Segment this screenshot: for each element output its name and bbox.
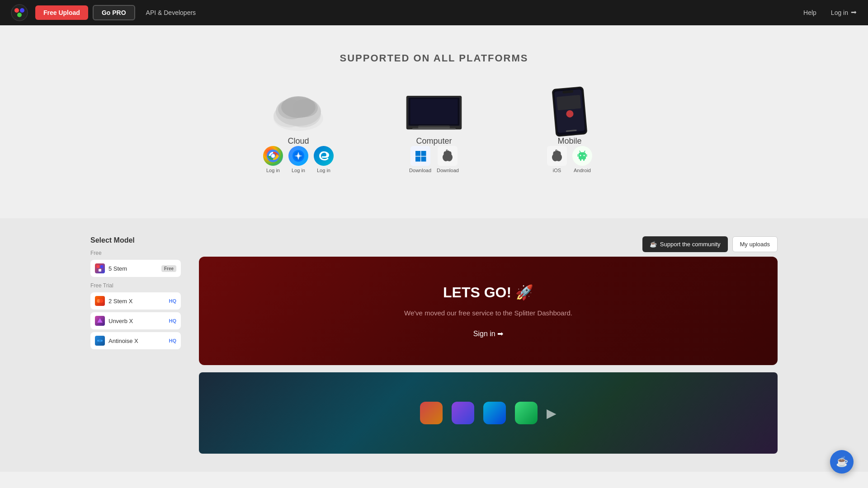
cloud-edge-item[interactable]: Log in bbox=[314, 146, 334, 173]
model-antinoisex-icon bbox=[95, 336, 105, 346]
cloud-image bbox=[267, 87, 330, 136]
model-group-freetrial-label: Free Trial bbox=[90, 282, 181, 289]
navbar: Free Upload Go PRO API & Developers Help… bbox=[0, 0, 868, 25]
teaser-shape-2 bbox=[452, 402, 474, 424]
model-5stem-badge: Free bbox=[161, 265, 176, 272]
svg-point-38 bbox=[580, 155, 581, 156]
mobile-ios-item[interactable]: iOS bbox=[547, 146, 567, 173]
model-5stem-icon bbox=[95, 263, 105, 273]
platform-mobile: Mobile iOS bbox=[524, 87, 615, 173]
svg-rect-25 bbox=[410, 99, 458, 124]
dark-card-title: LETS GO! 🚀 bbox=[217, 284, 760, 301]
model-item-antinoisex[interactable]: Antinoise X HQ bbox=[90, 332, 181, 349]
apple-mac-icon bbox=[438, 146, 458, 166]
model-5stem-name: 5 Stem bbox=[108, 265, 127, 272]
free-upload-button[interactable]: Free Upload bbox=[35, 5, 88, 20]
svg-rect-45 bbox=[100, 265, 103, 268]
svg-line-41 bbox=[584, 151, 585, 152]
app-logo[interactable] bbox=[11, 4, 28, 21]
svg-rect-35 bbox=[557, 95, 581, 110]
teaser-shape-3 bbox=[483, 402, 506, 424]
svg-point-50 bbox=[99, 339, 101, 342]
teaser-banner: ▶ bbox=[199, 372, 778, 454]
computer-label: Computer bbox=[416, 136, 452, 146]
support-community-button[interactable]: ☕ Support the community bbox=[642, 236, 728, 252]
teaser-shape-4 bbox=[515, 402, 538, 424]
model-5stem-left: 5 Stem bbox=[95, 263, 127, 273]
cloud-icons: Log in Log in bbox=[263, 146, 334, 173]
computer-windows-item[interactable]: Download bbox=[409, 146, 431, 173]
platforms-grid: Cloud Log in bbox=[0, 87, 868, 173]
cloud-safari-item[interactable]: Log in bbox=[288, 146, 308, 173]
svg-rect-43 bbox=[586, 154, 587, 157]
safari-icon bbox=[288, 146, 308, 166]
edge-label: Log in bbox=[317, 168, 330, 173]
go-pro-button[interactable]: Go PRO bbox=[93, 5, 135, 20]
svg-point-3 bbox=[17, 13, 22, 17]
mobile-label: Mobile bbox=[557, 136, 581, 146]
windows-label: Download bbox=[409, 168, 431, 173]
model-2stemx-badge: HQ bbox=[169, 298, 177, 304]
model-antinoisex-badge: HQ bbox=[169, 338, 177, 343]
navbar-right: Help Log in ⮕ bbox=[803, 9, 857, 16]
svg-rect-27 bbox=[415, 151, 420, 156]
computer-image bbox=[402, 87, 466, 136]
cloud-chrome-item[interactable]: Log in bbox=[263, 146, 283, 173]
coffee-icon: ☕ bbox=[650, 241, 657, 248]
model-2stemx-name: 2 Stem X bbox=[108, 298, 132, 305]
android-icon bbox=[572, 146, 592, 166]
svg-rect-42 bbox=[578, 154, 579, 157]
mobile-icons: iOS bbox=[547, 146, 592, 173]
apple-ios-icon bbox=[547, 146, 567, 166]
my-uploads-button[interactable]: My uploads bbox=[732, 236, 778, 252]
apple-label: Download bbox=[437, 168, 459, 173]
model-unverbx-badge: HQ bbox=[169, 318, 177, 324]
svg-rect-26 bbox=[418, 127, 450, 129]
svg-rect-44 bbox=[97, 265, 99, 268]
teaser-shape-1 bbox=[420, 402, 443, 424]
model-item-2stemx[interactable]: 2 Stem X HQ bbox=[90, 292, 181, 310]
svg-point-10 bbox=[281, 96, 316, 118]
chrome-icon bbox=[263, 146, 283, 166]
api-developers-link[interactable]: API & Developers bbox=[146, 9, 196, 16]
model-antinoisex-left: Antinoise X bbox=[95, 336, 138, 346]
svg-point-39 bbox=[584, 155, 585, 156]
dark-card-subtitle: We've moved our free service to the Spli… bbox=[217, 309, 760, 317]
svg-rect-29 bbox=[415, 157, 420, 162]
model-2stemx-icon bbox=[95, 296, 105, 306]
svg-point-19 bbox=[297, 155, 299, 157]
model-item-unverbx[interactable]: Unverb X HQ bbox=[90, 312, 181, 329]
svg-point-48 bbox=[99, 299, 103, 303]
login-icon: ⮕ bbox=[851, 9, 857, 16]
platform-computer: Computer Download bbox=[389, 87, 479, 173]
computer-icons: Download Download bbox=[409, 146, 459, 173]
svg-rect-28 bbox=[421, 151, 426, 156]
main-content-top: ☕ Support the community My uploads bbox=[199, 236, 778, 252]
mobile-image bbox=[538, 87, 601, 136]
login-button[interactable]: Log in ⮕ bbox=[831, 9, 857, 16]
android-label: Android bbox=[574, 168, 591, 173]
model-group-free-label: Free bbox=[90, 250, 181, 256]
fab-button[interactable]: ☕ bbox=[830, 450, 854, 474]
chrome-label: Log in bbox=[266, 168, 280, 173]
teaser-arrow-icon: ▶ bbox=[547, 406, 557, 421]
svg-rect-30 bbox=[421, 157, 426, 162]
computer-apple-item[interactable]: Download bbox=[437, 146, 459, 173]
main-content-area: ☕ Support the community My uploads LETS … bbox=[199, 236, 778, 454]
svg-point-2 bbox=[20, 8, 24, 13]
ios-label: iOS bbox=[553, 168, 561, 173]
cloud-label: Cloud bbox=[288, 136, 309, 146]
svg-point-14 bbox=[271, 154, 275, 158]
model-2stemx-left: 2 Stem X bbox=[95, 296, 132, 306]
signin-link[interactable]: Sign in ➡ bbox=[473, 329, 503, 338]
svg-point-1 bbox=[14, 8, 19, 13]
model-item-5stem[interactable]: 5 Stem Free bbox=[90, 260, 181, 277]
mobile-android-item[interactable]: Android bbox=[572, 146, 592, 173]
safari-label: Log in bbox=[292, 168, 305, 173]
svg-rect-46 bbox=[99, 269, 101, 272]
help-link[interactable]: Help bbox=[803, 9, 816, 16]
dark-card: LETS GO! 🚀 We've moved our free service … bbox=[199, 257, 778, 365]
platform-cloud: Cloud Log in bbox=[253, 87, 344, 173]
model-unverbx-name: Unverb X bbox=[108, 318, 133, 324]
platforms-title: SUPPORTED ON ALL PLATFORMS bbox=[0, 52, 868, 64]
